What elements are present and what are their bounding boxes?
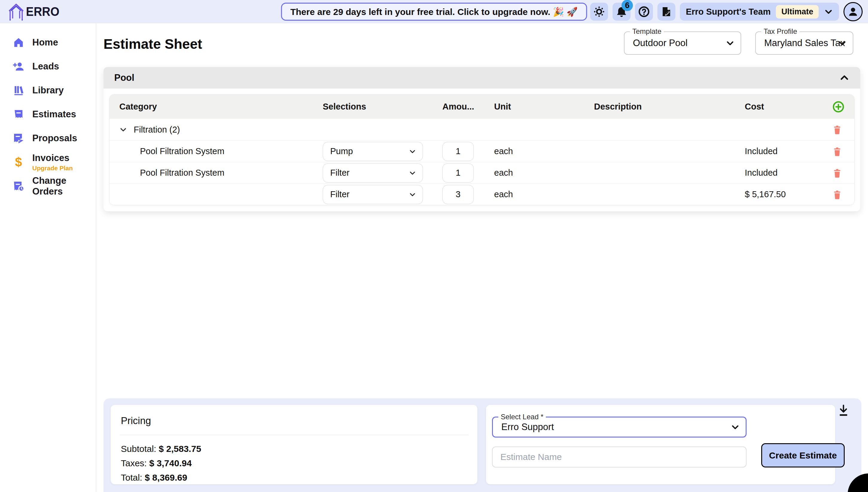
select-lead-dropdown[interactable]: Select Lead * Erro Support bbox=[492, 417, 746, 438]
team-name: Erro Support's Team bbox=[686, 7, 771, 17]
sidebar-item-label: Change Orders bbox=[32, 175, 96, 197]
notifications-button[interactable]: 6 bbox=[612, 3, 631, 21]
logo-house-icon bbox=[6, 1, 26, 22]
selection-dropdown[interactable]: Filter bbox=[323, 164, 423, 182]
sidebar-item-change-orders[interactable]: Change Orders bbox=[0, 174, 96, 198]
sidebar-item-label: Library bbox=[32, 85, 64, 96]
trash-icon bbox=[832, 146, 842, 156]
selection-value: Filter bbox=[330, 168, 349, 178]
trash-icon bbox=[832, 168, 842, 178]
pool-section-header[interactable]: Pool bbox=[104, 67, 860, 89]
receipt-send-icon bbox=[12, 132, 25, 144]
trash-icon bbox=[832, 190, 842, 200]
pool-section: Pool Category Selections Amou... Unit De… bbox=[104, 67, 860, 211]
col-amount: Amou... bbox=[442, 102, 494, 112]
create-estimate-button[interactable]: Create Estimate bbox=[761, 443, 845, 467]
page-title: Estimate Sheet bbox=[104, 36, 202, 52]
feedback-button[interactable] bbox=[657, 3, 675, 21]
section-title: Pool bbox=[114, 72, 134, 83]
plan-badge: Ultimate bbox=[776, 5, 819, 19]
amount-input[interactable] bbox=[442, 164, 474, 182]
collapse-section-button[interactable] bbox=[839, 73, 849, 83]
note-edit-icon bbox=[660, 6, 673, 18]
row-cost: Included bbox=[745, 146, 832, 156]
delete-row-button[interactable] bbox=[832, 124, 842, 135]
add-row-button[interactable] bbox=[832, 101, 845, 113]
sidebar-item-label: Invoices bbox=[32, 153, 73, 164]
selection-dropdown[interactable]: Filter bbox=[323, 185, 423, 204]
sidebar-item-proposals[interactable]: Proposals bbox=[0, 126, 96, 150]
question-circle-icon bbox=[638, 6, 650, 18]
chevron-down-icon bbox=[409, 191, 416, 198]
topbar-actions: 6 Erro Support's Team Ultimate bbox=[590, 2, 863, 21]
download-icon bbox=[837, 404, 850, 417]
subtotal-value: $ 2,583.75 bbox=[159, 444, 201, 454]
total-label: Total: bbox=[121, 472, 142, 483]
delete-row-button[interactable] bbox=[832, 146, 842, 156]
group-row-filtration: Filtration (2) bbox=[109, 119, 854, 140]
help-button[interactable] bbox=[635, 3, 653, 21]
delete-row-button[interactable] bbox=[832, 168, 842, 178]
sidebar-item-library[interactable]: Library bbox=[0, 78, 96, 102]
sidebar-item-invoices[interactable]: $ Invoices Upgrade Plan bbox=[0, 150, 96, 174]
pricing-title: Pricing bbox=[121, 415, 467, 426]
selection-dropdown[interactable]: Pump bbox=[323, 142, 423, 161]
upgrade-plan-link[interactable]: Upgrade Plan bbox=[32, 165, 73, 172]
total-line: Total: $ 8,369.69 bbox=[121, 470, 467, 485]
team-selector[interactable]: Erro Support's Team Ultimate bbox=[680, 3, 839, 21]
sidebar-item-label: Home bbox=[32, 37, 58, 48]
download-button[interactable] bbox=[835, 401, 852, 419]
tax-profile-select-label: Tax Profile bbox=[761, 27, 799, 35]
top-bar: ERRO There are 29 days left in your free… bbox=[0, 0, 868, 23]
divider bbox=[120, 435, 468, 435]
row-cost: $ 5,167.50 bbox=[745, 190, 832, 199]
sidebar-item-label: Estimates bbox=[32, 109, 76, 120]
amount-input[interactable] bbox=[442, 185, 474, 204]
expand-group-button[interactable] bbox=[119, 126, 127, 133]
template-select-label: Template bbox=[630, 27, 664, 35]
trash-icon bbox=[832, 124, 842, 135]
col-cost: Cost bbox=[745, 102, 832, 112]
estimate-name-input[interactable] bbox=[492, 446, 746, 467]
col-category: Category bbox=[109, 102, 323, 112]
sidebar-item-home[interactable]: Home bbox=[0, 30, 96, 54]
selection-value: Pump bbox=[330, 146, 353, 156]
col-unit: Unit bbox=[494, 102, 594, 112]
footer-panel: Pricing Subtotal: $ 2,583.75 Taxes: $ 3,… bbox=[104, 398, 862, 492]
sidebar-item-label: Leads bbox=[32, 61, 59, 72]
create-estimate-card: Select Lead * Erro Support Create Estima… bbox=[486, 405, 835, 484]
trial-banner[interactable]: There are 29 days left in your free tria… bbox=[281, 3, 587, 21]
sidebar-item-estimates[interactable]: Estimates bbox=[0, 102, 96, 126]
row-unit: each bbox=[494, 168, 594, 178]
chevron-down-icon bbox=[409, 169, 416, 177]
user-avatar[interactable] bbox=[843, 2, 863, 21]
table-row: Pool Filtration System Filter each Inclu… bbox=[109, 162, 854, 183]
pricing-card: Pricing Subtotal: $ 2,583.75 Taxes: $ 3,… bbox=[111, 405, 477, 484]
sidebar-item-leads[interactable]: Leads bbox=[0, 54, 96, 78]
chevron-down-icon bbox=[726, 39, 735, 48]
table-row: Filter each $ 5,167.50 bbox=[109, 183, 854, 205]
template-select[interactable]: Template Outdoor Pool bbox=[624, 31, 741, 55]
theme-toggle-button[interactable] bbox=[590, 3, 608, 21]
books-icon bbox=[12, 84, 25, 96]
app-logo[interactable]: ERRO bbox=[0, 1, 61, 22]
sun-icon bbox=[594, 6, 605, 17]
person-icon bbox=[846, 5, 860, 18]
subtotal-label: Subtotal: bbox=[121, 444, 156, 454]
group-row-label: Filtration (2) bbox=[134, 125, 180, 135]
taxes-label: Taxes: bbox=[121, 458, 147, 468]
receipt-clock-icon bbox=[12, 180, 25, 192]
tax-profile-select-value: Maryland Sales Tax bbox=[764, 38, 845, 48]
sidebar: Home Leads Library bbox=[0, 23, 96, 492]
dollar-icon: $ bbox=[12, 156, 25, 168]
subtotal-line: Subtotal: $ 2,583.75 bbox=[121, 442, 467, 456]
row-category: Pool Filtration System bbox=[109, 146, 323, 156]
delete-row-button[interactable] bbox=[832, 190, 842, 200]
home-icon bbox=[12, 36, 25, 48]
tax-profile-select[interactable]: Tax Profile Maryland Sales Tax bbox=[755, 31, 853, 55]
row-cost: Included bbox=[745, 168, 832, 178]
amount-input[interactable] bbox=[442, 142, 474, 161]
select-lead-value: Erro Support bbox=[501, 422, 554, 433]
sidebar-item-label: Proposals bbox=[32, 133, 77, 144]
plus-circle-icon bbox=[832, 101, 845, 113]
